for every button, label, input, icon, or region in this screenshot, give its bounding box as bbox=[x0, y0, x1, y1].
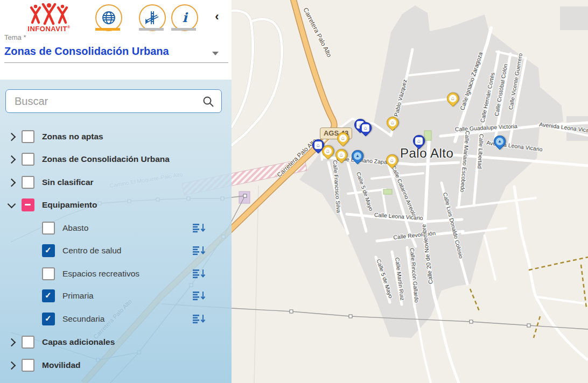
legend-icon bbox=[193, 268, 206, 279]
search-icon[interactable] bbox=[202, 95, 215, 108]
layer-label: Primaria bbox=[62, 291, 94, 301]
legend-button[interactable] bbox=[193, 223, 206, 233]
legend-icon bbox=[193, 290, 206, 301]
map-layers-tab-indicator bbox=[95, 28, 120, 31]
legend-button[interactable] bbox=[193, 245, 206, 256]
infonavit-logo-text: INFONAVIT® bbox=[19, 25, 79, 33]
legend-icon bbox=[193, 223, 206, 233]
checkbox-equipamiento[interactable] bbox=[22, 198, 34, 211]
place-label: Palo Alto bbox=[400, 146, 453, 161]
checkbox-centro-de-salud[interactable] bbox=[42, 244, 55, 257]
layer-row-capas-adicionales[interactable]: Capas adicionales bbox=[0, 334, 232, 350]
drafting-tools-tab[interactable] bbox=[139, 4, 166, 31]
layer-row-primaria[interactable]: Primaria bbox=[0, 288, 232, 304]
collapse-sidebar-button[interactable]: ‹ bbox=[210, 9, 224, 25]
layer-row-equipamiento[interactable]: Equipamiento bbox=[0, 197, 232, 213]
layer-row-secundaria[interactable]: Secundaria bbox=[0, 311, 232, 327]
checkbox-secundaria[interactable] bbox=[42, 313, 55, 325]
secundaria-glyph-icon: ▲ bbox=[354, 152, 361, 160]
chevron-right-icon[interactable] bbox=[8, 178, 16, 187]
layer-label: Sin clasificar bbox=[42, 178, 94, 187]
layer-row-sin-clasificar[interactable]: Sin clasificar bbox=[0, 174, 232, 190]
layer-label: Zonas de Consolidación Urbana bbox=[42, 154, 170, 164]
chevron-down-icon[interactable] bbox=[8, 200, 16, 208]
salud-glyph-icon: ⌂ bbox=[339, 134, 347, 142]
layer-label: Movilidad bbox=[42, 360, 80, 370]
layer-label: Secundaria bbox=[62, 314, 104, 324]
salud-glyph-icon: ⌂ bbox=[338, 151, 345, 159]
info-icon: i bbox=[177, 10, 193, 26]
layer-row-zcu[interactable]: Zonas de Consolidación Urbana bbox=[0, 151, 232, 167]
legend-button[interactable] bbox=[193, 290, 206, 301]
checkbox-capas-adicionales[interactable] bbox=[22, 336, 34, 349]
salud-glyph-icon: ⌂ bbox=[388, 157, 396, 164]
chevron-right-icon[interactable] bbox=[8, 361, 16, 370]
legend-icon bbox=[193, 245, 206, 256]
salud-glyph-icon: ⌂ bbox=[324, 147, 332, 155]
checkbox-abasto[interactable] bbox=[42, 222, 55, 235]
chevron-right-icon[interactable] bbox=[8, 338, 16, 346]
layer-row-centro-de-salud[interactable]: Centro de salud bbox=[0, 243, 232, 259]
globe-icon bbox=[101, 10, 117, 26]
checkbox-sin-clasificar[interactable] bbox=[22, 176, 34, 189]
drafting-tools-icon bbox=[144, 10, 160, 26]
chevron-down-icon bbox=[212, 52, 219, 55]
search-box bbox=[5, 89, 222, 113]
layer-label: Espacios recreativos bbox=[62, 269, 139, 279]
search-input[interactable] bbox=[13, 91, 193, 111]
legend-button[interactable] bbox=[193, 314, 206, 324]
svg-text:i: i bbox=[182, 10, 188, 25]
checkbox-zonas-no-aptas[interactable] bbox=[22, 130, 34, 143]
layer-label: Zonas no aptas bbox=[42, 132, 103, 141]
secundaria-glyph-icon: ▲ bbox=[496, 138, 503, 145]
salud-glyph-icon: ⌂ bbox=[389, 119, 396, 126]
map-layers-tab[interactable] bbox=[95, 4, 122, 31]
app-window: Carretera Palo AltoCarretera Palo AltoCa… bbox=[0, 0, 588, 383]
layer-row-zonas-no-aptas[interactable]: Zonas no aptas bbox=[0, 129, 232, 145]
tema-label: Tema * bbox=[4, 33, 26, 41]
sidebar-panel: INFONAVIT® bbox=[0, 0, 232, 383]
info-tab-indicator bbox=[171, 28, 196, 31]
salud-glyph-icon: ⌂ bbox=[449, 95, 457, 102]
sidebar-header: INFONAVIT® bbox=[0, 0, 232, 80]
primaria-glyph-icon: ⌂ bbox=[314, 141, 322, 149]
layer-row-abasto[interactable]: Abasto bbox=[0, 220, 232, 236]
infonavit-logo-icon bbox=[19, 3, 79, 25]
layer-row-movilidad[interactable]: Movilidad bbox=[0, 357, 232, 373]
layer-row-espacios-recreativos[interactable]: Espacios recreativos bbox=[0, 266, 232, 282]
chevron-right-icon[interactable] bbox=[8, 132, 16, 141]
checkbox-zcu[interactable] bbox=[22, 153, 34, 166]
tema-value: Zonas de Consolidación Urbana bbox=[4, 45, 169, 57]
layer-label: Centro de salud bbox=[62, 246, 121, 256]
checkbox-espacios-recreativos[interactable] bbox=[42, 267, 55, 280]
legend-icon bbox=[193, 314, 206, 324]
drafting-tools-tab-indicator bbox=[139, 28, 164, 31]
checkbox-primaria[interactable] bbox=[42, 289, 55, 302]
layer-label: Equipamiento bbox=[42, 200, 97, 210]
chevron-right-icon[interactable] bbox=[8, 155, 16, 164]
layer-label: Capas adicionales bbox=[42, 337, 115, 347]
tema-select[interactable]: Zonas de Consolidación Urbana bbox=[4, 45, 228, 63]
layer-label: Abasto bbox=[62, 223, 88, 233]
checkbox-movilidad[interactable] bbox=[22, 359, 34, 372]
info-tab[interactable]: i bbox=[171, 4, 198, 31]
legend-button[interactable] bbox=[193, 268, 206, 279]
primaria-glyph-icon: ⌂ bbox=[415, 137, 423, 145]
primaria-glyph-icon: ⌂ bbox=[362, 124, 369, 132]
infonavit-logo: INFONAVIT® bbox=[19, 3, 79, 34]
